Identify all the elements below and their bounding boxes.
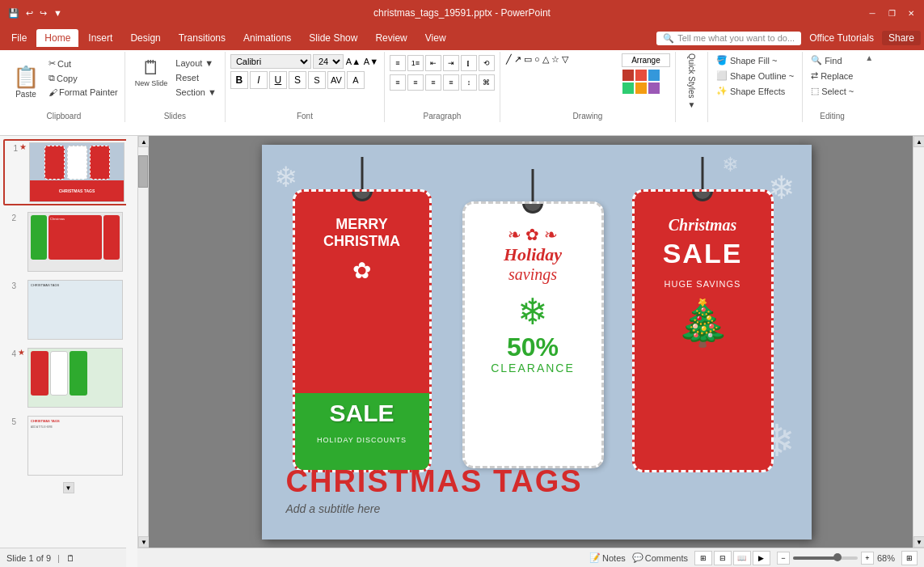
- reading-view-button[interactable]: 📖: [733, 551, 751, 565]
- quick-style-1[interactable]: [622, 70, 634, 81]
- convert-smartart-button[interactable]: ⌘: [479, 74, 495, 91]
- shape-rect[interactable]: ▭: [523, 53, 533, 66]
- cut-button[interactable]: ✂Cut: [45, 57, 121, 70]
- shape-more[interactable]: ▽: [561, 53, 569, 66]
- menu-view[interactable]: View: [417, 29, 454, 47]
- vscroll-down-button[interactable]: ▼: [138, 536, 150, 548]
- decrease-font-button[interactable]: A▼: [363, 53, 379, 70]
- share-button[interactable]: Share: [882, 31, 921, 45]
- line-spacing-button[interactable]: ↕: [461, 74, 477, 91]
- slide-notes-link[interactable]: 🗒: [66, 553, 75, 563]
- decrease-indent-button[interactable]: ⇤: [425, 55, 441, 71]
- menu-design[interactable]: Design: [122, 29, 168, 47]
- scroll-arrow-up[interactable]: [126, 136, 137, 548]
- justify-button[interactable]: ≡: [443, 74, 459, 91]
- copy-button[interactable]: ⧉Copy: [45, 71, 121, 85]
- bullets-button[interactable]: ≡: [390, 55, 406, 71]
- menu-file[interactable]: File: [3, 29, 35, 47]
- strikethrough-button[interactable]: S: [289, 71, 306, 89]
- undo-icon[interactable]: ↩: [24, 6, 35, 20]
- normal-view-button[interactable]: ⊞: [694, 551, 712, 565]
- shape-star[interactable]: ☆: [551, 53, 560, 66]
- tag-middle-snowflake: ❄: [471, 290, 595, 333]
- columns-button[interactable]: ⫿: [461, 55, 477, 71]
- replace-icon: ⇄: [811, 70, 818, 81]
- layout-button[interactable]: Layout ▼: [172, 57, 220, 70]
- slide-canvas[interactable]: ❄ ❄ ❄ ❄ MERRY CHRISTMA ✿: [262, 145, 812, 539]
- zoom-slider[interactable]: [793, 556, 858, 560]
- align-center-button[interactable]: ≡: [407, 74, 424, 91]
- slide-sorter-button[interactable]: ⊟: [714, 551, 732, 565]
- format-painter-button[interactable]: 🖌Format Painter: [45, 86, 121, 99]
- notes-button[interactable]: 📝 Notes: [589, 552, 626, 563]
- scroll-down-button[interactable]: ▼: [63, 482, 74, 493]
- vscroll-thumb[interactable]: [138, 155, 148, 188]
- shape-effects-label: Shape Effects: [730, 87, 785, 96]
- replace-button[interactable]: ⇄ Replace: [808, 69, 857, 83]
- bold-button[interactable]: B: [230, 71, 248, 89]
- zoom-in-button[interactable]: +: [861, 552, 874, 565]
- shape-outline-button[interactable]: ⬜ Shape Outline ~: [713, 69, 797, 83]
- reset-button[interactable]: Reset: [172, 71, 220, 84]
- quick-style-2[interactable]: [635, 70, 647, 81]
- font-color-button[interactable]: A: [347, 71, 365, 89]
- text-direction-button[interactable]: ⟲: [479, 55, 495, 71]
- font-family-select[interactable]: Calibri: [230, 54, 311, 69]
- slide-subtitle: Add a subtitle here: [286, 502, 787, 515]
- menu-transitions[interactable]: Transitions: [171, 29, 234, 47]
- vscroll-up-button[interactable]: ▲: [138, 136, 150, 147]
- menu-insert[interactable]: Insert: [80, 29, 120, 47]
- shape-line[interactable]: ╱: [505, 53, 513, 66]
- slide-thumb-1[interactable]: 1 ★ CHRISTMAS TAGS: [3, 139, 133, 205]
- customize-icon[interactable]: ▼: [52, 6, 64, 19]
- menu-home[interactable]: Home: [36, 29, 78, 47]
- shape-triangle[interactable]: △: [542, 53, 550, 66]
- increase-font-button[interactable]: A▲: [345, 53, 361, 70]
- shape-arrow[interactable]: ↗: [513, 53, 522, 66]
- align-left-button[interactable]: ≡: [390, 74, 406, 91]
- shadow-button[interactable]: S: [308, 71, 326, 89]
- slideshow-button[interactable]: ▶: [753, 551, 770, 565]
- restore-button[interactable]: ❐: [885, 6, 898, 19]
- quick-style-5[interactable]: [635, 83, 647, 94]
- shape-effects-button[interactable]: ✨ Shape Effects: [713, 84, 797, 98]
- underline-button[interactable]: U: [269, 71, 287, 89]
- shape-circle[interactable]: ○: [534, 53, 541, 66]
- menu-review[interactable]: Review: [367, 29, 415, 47]
- italic-button[interactable]: I: [250, 71, 268, 89]
- font-size-select[interactable]: 24: [313, 54, 344, 69]
- minimize-button[interactable]: ─: [866, 6, 879, 19]
- ribbon-collapse-button[interactable]: ▲: [862, 52, 876, 122]
- new-slide-button[interactable]: 🗒 New Slide: [130, 55, 173, 89]
- comments-button[interactable]: 💬 Comments: [632, 552, 688, 563]
- office-tutorials-link[interactable]: Office Tutorials: [809, 32, 874, 44]
- search-input[interactable]: Tell me what you want to do...: [677, 33, 795, 43]
- redo-icon[interactable]: ↪: [38, 6, 49, 20]
- arrange-button[interactable]: Arrange: [622, 53, 670, 67]
- zoom-handle[interactable]: [833, 553, 842, 561]
- slide-thumb-4[interactable]: 4 ★: [3, 346, 133, 409]
- content-vscroll-up[interactable]: ▲: [913, 136, 924, 147]
- slide-thumb-2[interactable]: 2 ★ Christmas: [3, 210, 133, 273]
- quick-style-4[interactable]: [622, 83, 634, 94]
- shape-fill-button[interactable]: 🪣 Shape Fill ~: [713, 53, 797, 67]
- save-icon[interactable]: 💾: [6, 6, 21, 20]
- slide-thumb-3[interactable]: 3 ★ CHRISTMAS TAGS: [3, 278, 133, 341]
- menu-animations[interactable]: Animations: [235, 29, 299, 47]
- align-right-button[interactable]: ≡: [425, 74, 441, 91]
- find-button[interactable]: 🔍 Find: [808, 53, 857, 67]
- fit-slide-button[interactable]: ⊞: [901, 551, 918, 565]
- quick-style-6[interactable]: [648, 83, 660, 94]
- paste-button[interactable]: 📋 Paste: [6, 53, 45, 109]
- numbering-button[interactable]: 1≡: [407, 55, 424, 71]
- increase-indent-button[interactable]: ⇥: [443, 55, 459, 71]
- char-spacing-button[interactable]: AV: [327, 71, 345, 89]
- menu-slideshow[interactable]: Slide Show: [301, 29, 365, 47]
- quick-style-3[interactable]: [648, 70, 660, 81]
- section-button[interactable]: Section ▼: [172, 86, 220, 99]
- select-button[interactable]: ⬚ Select ~: [808, 84, 857, 98]
- zoom-out-button[interactable]: −: [777, 552, 790, 565]
- content-vscroll-down[interactable]: ▼: [913, 536, 924, 548]
- slide-thumb-5[interactable]: 5 ★ CHRISTMAS TAGS ADD A TITLE HERE: [3, 414, 133, 477]
- close-button[interactable]: ✕: [905, 6, 918, 19]
